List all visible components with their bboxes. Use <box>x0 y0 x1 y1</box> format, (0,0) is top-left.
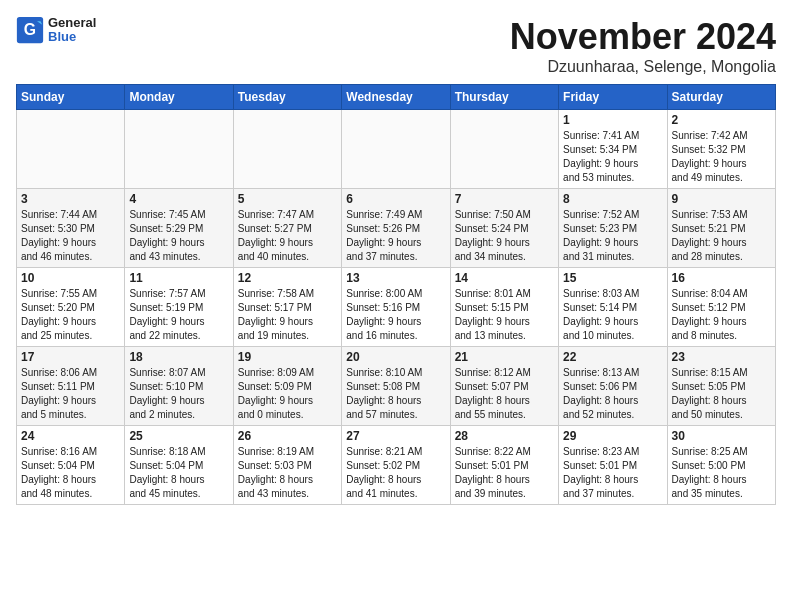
day-cell-2: 2Sunrise: 7:42 AM Sunset: 5:32 PM Daylig… <box>667 110 775 189</box>
day-number: 29 <box>563 429 662 443</box>
col-header-sunday: Sunday <box>17 85 125 110</box>
day-cell-4: 4Sunrise: 7:45 AM Sunset: 5:29 PM Daylig… <box>125 189 233 268</box>
day-cell-27: 27Sunrise: 8:21 AM Sunset: 5:02 PM Dayli… <box>342 426 450 505</box>
day-number: 16 <box>672 271 771 285</box>
svg-text:G: G <box>24 22 36 39</box>
day-cell-23: 23Sunrise: 8:15 AM Sunset: 5:05 PM Dayli… <box>667 347 775 426</box>
day-number: 21 <box>455 350 554 364</box>
empty-cell <box>125 110 233 189</box>
day-details: Sunrise: 7:55 AM Sunset: 5:20 PM Dayligh… <box>21 287 120 343</box>
day-cell-21: 21Sunrise: 8:12 AM Sunset: 5:07 PM Dayli… <box>450 347 558 426</box>
week-row-3: 10Sunrise: 7:55 AM Sunset: 5:20 PM Dayli… <box>17 268 776 347</box>
day-cell-9: 9Sunrise: 7:53 AM Sunset: 5:21 PM Daylig… <box>667 189 775 268</box>
day-number: 12 <box>238 271 337 285</box>
day-number: 1 <box>563 113 662 127</box>
day-number: 24 <box>21 429 120 443</box>
day-cell-7: 7Sunrise: 7:50 AM Sunset: 5:24 PM Daylig… <box>450 189 558 268</box>
day-details: Sunrise: 7:57 AM Sunset: 5:19 PM Dayligh… <box>129 287 228 343</box>
empty-cell <box>450 110 558 189</box>
col-header-monday: Monday <box>125 85 233 110</box>
day-details: Sunrise: 7:53 AM Sunset: 5:21 PM Dayligh… <box>672 208 771 264</box>
day-number: 3 <box>21 192 120 206</box>
day-details: Sunrise: 8:06 AM Sunset: 5:11 PM Dayligh… <box>21 366 120 422</box>
logo-text: General Blue <box>48 16 96 45</box>
day-details: Sunrise: 8:19 AM Sunset: 5:03 PM Dayligh… <box>238 445 337 501</box>
day-details: Sunrise: 8:03 AM Sunset: 5:14 PM Dayligh… <box>563 287 662 343</box>
day-number: 22 <box>563 350 662 364</box>
title-block: November 2024 Dzuunharaa, Selenge, Mongo… <box>510 16 776 76</box>
day-cell-28: 28Sunrise: 8:22 AM Sunset: 5:01 PM Dayli… <box>450 426 558 505</box>
day-cell-29: 29Sunrise: 8:23 AM Sunset: 5:01 PM Dayli… <box>559 426 667 505</box>
day-number: 2 <box>672 113 771 127</box>
day-cell-5: 5Sunrise: 7:47 AM Sunset: 5:27 PM Daylig… <box>233 189 341 268</box>
day-number: 19 <box>238 350 337 364</box>
day-cell-25: 25Sunrise: 8:18 AM Sunset: 5:04 PM Dayli… <box>125 426 233 505</box>
week-row-5: 24Sunrise: 8:16 AM Sunset: 5:04 PM Dayli… <box>17 426 776 505</box>
week-row-4: 17Sunrise: 8:06 AM Sunset: 5:11 PM Dayli… <box>17 347 776 426</box>
logo-blue: Blue <box>48 30 96 44</box>
day-number: 27 <box>346 429 445 443</box>
day-details: Sunrise: 7:52 AM Sunset: 5:23 PM Dayligh… <box>563 208 662 264</box>
day-number: 4 <box>129 192 228 206</box>
col-header-friday: Friday <box>559 85 667 110</box>
day-number: 8 <box>563 192 662 206</box>
day-details: Sunrise: 8:12 AM Sunset: 5:07 PM Dayligh… <box>455 366 554 422</box>
day-details: Sunrise: 8:22 AM Sunset: 5:01 PM Dayligh… <box>455 445 554 501</box>
day-details: Sunrise: 8:23 AM Sunset: 5:01 PM Dayligh… <box>563 445 662 501</box>
day-details: Sunrise: 7:50 AM Sunset: 5:24 PM Dayligh… <box>455 208 554 264</box>
day-number: 28 <box>455 429 554 443</box>
day-number: 9 <box>672 192 771 206</box>
day-details: Sunrise: 8:18 AM Sunset: 5:04 PM Dayligh… <box>129 445 228 501</box>
empty-cell <box>17 110 125 189</box>
day-number: 11 <box>129 271 228 285</box>
day-number: 13 <box>346 271 445 285</box>
empty-cell <box>342 110 450 189</box>
day-details: Sunrise: 8:07 AM Sunset: 5:10 PM Dayligh… <box>129 366 228 422</box>
day-details: Sunrise: 7:42 AM Sunset: 5:32 PM Dayligh… <box>672 129 771 185</box>
calendar-table: SundayMondayTuesdayWednesdayThursdayFrid… <box>16 84 776 505</box>
day-cell-30: 30Sunrise: 8:25 AM Sunset: 5:00 PM Dayli… <box>667 426 775 505</box>
day-cell-14: 14Sunrise: 8:01 AM Sunset: 5:15 PM Dayli… <box>450 268 558 347</box>
day-number: 23 <box>672 350 771 364</box>
day-details: Sunrise: 7:47 AM Sunset: 5:27 PM Dayligh… <box>238 208 337 264</box>
day-number: 14 <box>455 271 554 285</box>
day-cell-10: 10Sunrise: 7:55 AM Sunset: 5:20 PM Dayli… <box>17 268 125 347</box>
col-header-saturday: Saturday <box>667 85 775 110</box>
day-cell-20: 20Sunrise: 8:10 AM Sunset: 5:08 PM Dayli… <box>342 347 450 426</box>
col-header-tuesday: Tuesday <box>233 85 341 110</box>
empty-cell <box>233 110 341 189</box>
day-details: Sunrise: 8:15 AM Sunset: 5:05 PM Dayligh… <box>672 366 771 422</box>
day-details: Sunrise: 7:49 AM Sunset: 5:26 PM Dayligh… <box>346 208 445 264</box>
day-cell-8: 8Sunrise: 7:52 AM Sunset: 5:23 PM Daylig… <box>559 189 667 268</box>
location-title: Dzuunharaa, Selenge, Mongolia <box>510 58 776 76</box>
day-cell-6: 6Sunrise: 7:49 AM Sunset: 5:26 PM Daylig… <box>342 189 450 268</box>
day-cell-12: 12Sunrise: 7:58 AM Sunset: 5:17 PM Dayli… <box>233 268 341 347</box>
day-details: Sunrise: 7:58 AM Sunset: 5:17 PM Dayligh… <box>238 287 337 343</box>
day-cell-13: 13Sunrise: 8:00 AM Sunset: 5:16 PM Dayli… <box>342 268 450 347</box>
day-number: 6 <box>346 192 445 206</box>
week-row-2: 3Sunrise: 7:44 AM Sunset: 5:30 PM Daylig… <box>17 189 776 268</box>
day-cell-15: 15Sunrise: 8:03 AM Sunset: 5:14 PM Dayli… <box>559 268 667 347</box>
day-number: 30 <box>672 429 771 443</box>
day-cell-17: 17Sunrise: 8:06 AM Sunset: 5:11 PM Dayli… <box>17 347 125 426</box>
day-number: 15 <box>563 271 662 285</box>
day-details: Sunrise: 8:25 AM Sunset: 5:00 PM Dayligh… <box>672 445 771 501</box>
day-details: Sunrise: 8:13 AM Sunset: 5:06 PM Dayligh… <box>563 366 662 422</box>
day-number: 18 <box>129 350 228 364</box>
header-row: SundayMondayTuesdayWednesdayThursdayFrid… <box>17 85 776 110</box>
day-number: 20 <box>346 350 445 364</box>
logo-icon: G <box>16 16 44 44</box>
day-details: Sunrise: 8:01 AM Sunset: 5:15 PM Dayligh… <box>455 287 554 343</box>
day-cell-11: 11Sunrise: 7:57 AM Sunset: 5:19 PM Dayli… <box>125 268 233 347</box>
header: G General Blue November 2024 Dzuunharaa,… <box>16 16 776 76</box>
day-number: 5 <box>238 192 337 206</box>
day-details: Sunrise: 8:10 AM Sunset: 5:08 PM Dayligh… <box>346 366 445 422</box>
day-details: Sunrise: 8:04 AM Sunset: 5:12 PM Dayligh… <box>672 287 771 343</box>
day-number: 25 <box>129 429 228 443</box>
day-cell-3: 3Sunrise: 7:44 AM Sunset: 5:30 PM Daylig… <box>17 189 125 268</box>
day-details: Sunrise: 8:21 AM Sunset: 5:02 PM Dayligh… <box>346 445 445 501</box>
logo-general: General <box>48 16 96 30</box>
day-cell-24: 24Sunrise: 8:16 AM Sunset: 5:04 PM Dayli… <box>17 426 125 505</box>
day-cell-18: 18Sunrise: 8:07 AM Sunset: 5:10 PM Dayli… <box>125 347 233 426</box>
logo: G General Blue <box>16 16 96 45</box>
